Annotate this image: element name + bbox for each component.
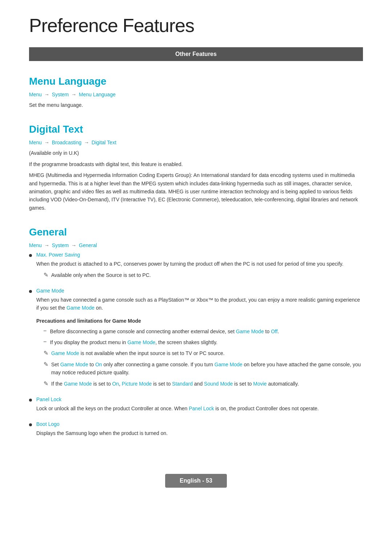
note-icon-3: ✎ — [44, 380, 48, 387]
footer-badge: English - 53 — [165, 474, 227, 488]
page-title: Preference Features — [29, 15, 363, 36]
max-power-saving-note-text: Available only when the Source is set to… — [51, 271, 151, 279]
menu-language-desc: Set the menu language. — [29, 101, 363, 109]
game-mode-link-1: Game Mode — [66, 305, 94, 311]
note-item-2: ✎ Set Game Mode to On only after connect… — [36, 360, 363, 377]
panel-lock-desc: Lock or unlock all the keys on the produ… — [36, 404, 363, 412]
general-breadcrumb: Menu → System → General — [29, 242, 363, 248]
general-title: General — [29, 226, 363, 238]
picture-mode-link: Picture Mode — [122, 381, 152, 387]
max-power-saving-content: Max. Power Saving When the product is at… — [36, 252, 363, 282]
bullet-dot — [29, 254, 32, 257]
game-mode-link-6: Game Mode — [215, 362, 242, 367]
general-bullet-list: Max. Power Saving When the product is at… — [29, 252, 363, 440]
note-icon: ✎ — [44, 271, 48, 278]
bullet-dot-2 — [29, 290, 32, 293]
game-mode-content: Game Mode When you have connected a game… — [36, 288, 363, 391]
digital-text-title: Digital Text — [29, 124, 363, 135]
general-section: General Menu → System → General Max. Pow… — [29, 226, 363, 440]
menu-language-breadcrumb: Menu → System → Menu Language — [29, 92, 363, 97]
note-icon-1: ✎ — [44, 350, 48, 356]
max-power-saving-title: Max. Power Saving — [36, 252, 363, 258]
dash-item-2: – If you display the product menu in Gam… — [36, 338, 363, 346]
menu-language-section: Menu Language Menu → System → Menu Langu… — [29, 76, 363, 109]
bullet-dot-3 — [29, 399, 32, 402]
bullet-dot-4 — [29, 423, 32, 426]
panel-lock-title: Panel Lock — [36, 396, 363, 402]
movie-link: Movie — [253, 381, 267, 387]
note-item-3: ✎ If the Game Mode is set to On, Picture… — [36, 380, 363, 388]
game-mode-link-7: Game Mode — [64, 381, 92, 387]
precautions-title: Precautions and limitations for Game Mod… — [36, 318, 363, 324]
boot-logo-title: Boot Logo — [36, 421, 363, 427]
max-power-saving-item: Max. Power Saving When the product is at… — [29, 252, 363, 282]
game-mode-link-2: Game Mode — [236, 329, 264, 334]
dash-item-1: – Before disconnecting a game console an… — [36, 327, 363, 335]
boot-logo-content: Boot Logo Displays the Samsung logo when… — [36, 421, 363, 440]
sound-mode-link: Sound Mode — [204, 381, 233, 387]
standard-link: Standard — [172, 381, 193, 387]
panel-lock-link: Panel Lock — [189, 406, 214, 411]
game-mode-item: Game Mode When you have connected a game… — [29, 288, 363, 391]
on-link-1: On — [95, 362, 102, 367]
digital-text-mheg: MHEG (Multimedia and Hypermedia Informat… — [29, 171, 363, 212]
max-power-saving-note: ✎ Available only when the Source is set … — [36, 271, 363, 279]
note-item-1: ✎ Game Mode is not available when the in… — [36, 349, 363, 357]
section-header: Other Features — [29, 47, 363, 61]
game-mode-title: Game Mode — [36, 288, 363, 294]
off-link-1: Off — [271, 329, 277, 334]
boot-logo-desc: Displays the Samsung logo when the produ… — [36, 429, 363, 437]
footer: English - 53 — [29, 470, 363, 492]
on-link-2: On — [112, 381, 119, 387]
digital-text-note2: If the programme broadcasts with digital… — [29, 160, 363, 168]
game-mode-link-5: Game Mode — [60, 362, 88, 367]
digital-text-breadcrumb: Menu → Broadcasting → Digital Text — [29, 140, 363, 145]
menu-language-title: Menu Language — [29, 76, 363, 87]
panel-lock-item: Panel Lock Lock or unlock all the keys o… — [29, 396, 363, 415]
note-icon-2: ✎ — [44, 361, 48, 368]
game-mode-desc: When you have connected a game console s… — [36, 296, 363, 312]
digital-text-note1: (Available only in U.K) — [29, 149, 363, 157]
game-mode-link-4: Game Mode — [51, 350, 79, 356]
panel-lock-content: Panel Lock Lock or unlock all the keys o… — [36, 396, 363, 415]
digital-text-section: Digital Text Menu → Broadcasting → Digit… — [29, 124, 363, 212]
max-power-saving-desc: When the product is attached to a PC, co… — [36, 260, 363, 268]
boot-logo-item: Boot Logo Displays the Samsung logo when… — [29, 421, 363, 440]
game-mode-link-3: Game Mode — [127, 339, 155, 345]
